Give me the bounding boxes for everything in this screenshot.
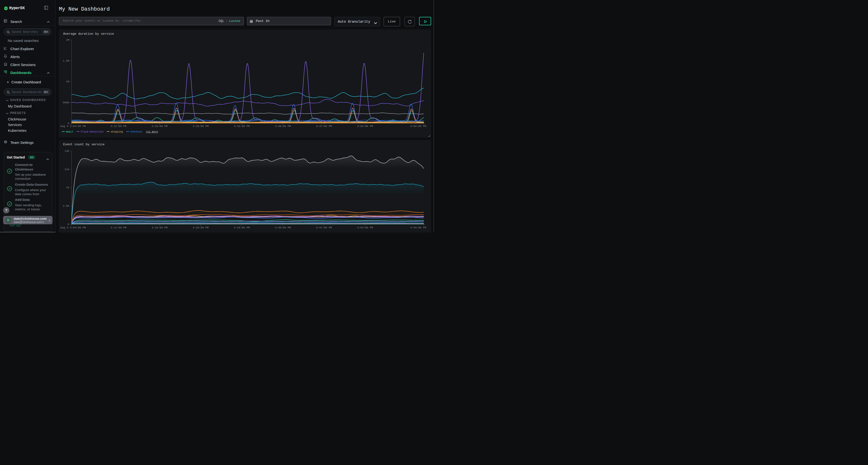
svg-text:0: 0 — [67, 122, 69, 125]
svg-text:3:47:00 PM: 3:47:00 PM — [316, 125, 332, 128]
svg-text:3:26:00 PM: 3:26:00 PM — [193, 125, 209, 128]
svg-text:3:54:00 PM: 3:54:00 PM — [357, 125, 373, 128]
svg-text:7K: 7K — [66, 186, 69, 189]
svg-text:11K: 11K — [64, 168, 69, 171]
svg-text:3:33:00 PM: 3:33:00 PM — [234, 226, 250, 229]
svg-text:3:19:00 PM: 3:19:00 PM — [151, 125, 167, 128]
svg-text:3:40:00 PM: 3:40:00 PM — [275, 226, 291, 229]
svg-text:4:04:00 PM: 4:04:00 PM — [410, 125, 426, 128]
svg-text:3:54:00 PM: 3:54:00 PM — [357, 226, 373, 229]
svg-text:Aug 4 3:04:00 PM: Aug 4 3:04:00 PM — [60, 125, 86, 128]
svg-text:1M: 1M — [66, 80, 69, 83]
svg-text:3:12:00 PM: 3:12:00 PM — [111, 226, 126, 229]
svg-text:500K: 500K — [63, 101, 69, 104]
svg-text:1.5M: 1.5M — [63, 59, 69, 62]
svg-text:3:26:00 PM: 3:26:00 PM — [193, 226, 209, 229]
svg-text:3:47:00 PM: 3:47:00 PM — [316, 226, 332, 229]
svg-text:2M: 2M — [66, 38, 69, 41]
svg-text:0: 0 — [67, 223, 69, 226]
svg-text:3:19:00 PM: 3:19:00 PM — [151, 226, 167, 229]
svg-text:3.5K: 3.5K — [63, 204, 69, 207]
svg-text:4:04:00 PM: 4:04:00 PM — [410, 226, 426, 229]
svg-text:3:12:00 PM: 3:12:00 PM — [111, 125, 126, 128]
svg-text:14K: 14K — [64, 150, 69, 153]
svg-text:Aug 4 3:04:00 PM: Aug 4 3:04:00 PM — [60, 226, 86, 229]
svg-text:3:33:00 PM: 3:33:00 PM — [234, 125, 250, 128]
svg-text:3:40:00 PM: 3:40:00 PM — [275, 125, 291, 128]
